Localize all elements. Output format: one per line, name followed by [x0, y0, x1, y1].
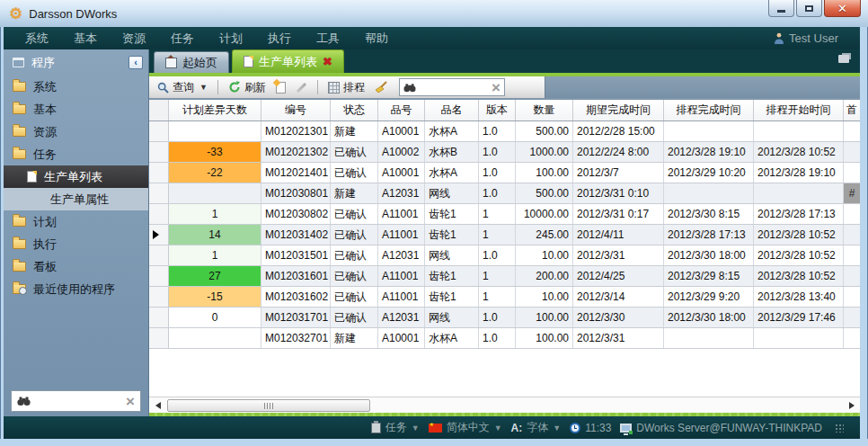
- menu-item-4[interactable]: 计划: [207, 27, 255, 49]
- cell-sched-end[interactable]: 2012/3/28 17:13: [664, 225, 754, 245]
- row-selector-cell[interactable]: [149, 287, 169, 307]
- cell-sched-start[interactable]: 2012/3/28 17:13: [754, 204, 844, 224]
- sidebar-item-9[interactable]: 最近使用的程序: [4, 278, 148, 300]
- cell-diff[interactable]: -33: [169, 142, 261, 162]
- cell-sched-start[interactable]: [754, 183, 844, 203]
- cell-sched-start[interactable]: 2012/3/28 13:40: [754, 287, 844, 307]
- cell-status[interactable]: 已确认: [331, 204, 378, 224]
- menu-item-7[interactable]: 帮助: [352, 27, 401, 49]
- cell-status[interactable]: 已确认: [331, 163, 378, 183]
- cell-number[interactable]: M012021401: [261, 163, 331, 183]
- query-dropdown-icon[interactable]: ▼: [199, 83, 208, 92]
- font-dropdown-icon[interactable]: ▼: [553, 424, 561, 433]
- scrollbar-thumb[interactable]: [167, 399, 370, 412]
- table-row[interactable]: 14M012031402已确认A11001齿轮11245.002012/4/11…: [149, 225, 860, 245]
- cell-version[interactable]: 1.0: [479, 142, 516, 162]
- cell-sched-start[interactable]: 2012/3/29 17:46: [754, 308, 844, 327]
- cell-extra[interactable]: [844, 245, 860, 265]
- cell-item-name[interactable]: 水杯A: [425, 163, 479, 183]
- row-selector-cell[interactable]: [149, 245, 169, 265]
- cell-number[interactable]: M012021302: [261, 142, 331, 162]
- column-header-9[interactable]: 排程开始时间: [754, 100, 844, 120]
- minimize-button[interactable]: [768, 0, 794, 17]
- cell-version[interactable]: 1.0: [479, 308, 516, 327]
- sidebar-item-8[interactable]: 看板: [4, 255, 148, 278]
- row-selector-cell[interactable]: [149, 121, 169, 141]
- sidebar-item-2[interactable]: 资源: [4, 120, 148, 143]
- cell-sched-end[interactable]: 2012/3/28 19:10: [664, 142, 754, 162]
- cell-qty[interactable]: 100.00: [516, 328, 573, 348]
- cell-item-no[interactable]: A11001: [378, 204, 425, 224]
- cell-extra[interactable]: [844, 308, 860, 327]
- cell-item-no[interactable]: A10001: [378, 121, 425, 141]
- language-menu[interactable]: 简体中文 ▼: [429, 420, 502, 435]
- cell-number[interactable]: M012031501: [261, 245, 331, 265]
- cell-sched-end[interactable]: 2012/3/30 18:00: [664, 308, 754, 327]
- cell-diff[interactable]: [169, 183, 261, 203]
- cell-diff[interactable]: 0: [169, 308, 261, 327]
- cell-item-no[interactable]: A11001: [378, 287, 425, 307]
- cell-number[interactable]: M012031601: [261, 266, 331, 286]
- cell-qty[interactable]: 1000.00: [516, 142, 573, 162]
- row-selector-cell[interactable]: [149, 183, 169, 203]
- cell-item-name[interactable]: 水杯A: [425, 328, 479, 348]
- cell-due[interactable]: 2012/2/24 8:00: [573, 142, 664, 162]
- user-menu[interactable]: Test User: [774, 31, 851, 45]
- cell-status[interactable]: 新建: [331, 328, 378, 348]
- horizontal-scrollbar[interactable]: [149, 397, 860, 413]
- column-header-2[interactable]: 状态: [331, 100, 378, 120]
- scroll-right-button[interactable]: [845, 399, 858, 412]
- column-header-6[interactable]: 数量: [516, 100, 573, 120]
- cell-sched-start[interactable]: 2012/3/28 10:52: [754, 266, 844, 286]
- column-header-0[interactable]: 计划差异天数: [169, 100, 261, 120]
- row-selector-cell[interactable]: [149, 163, 169, 183]
- cell-qty[interactable]: 500.00: [516, 121, 573, 141]
- cell-qty[interactable]: 10000.00: [516, 204, 573, 224]
- cell-sched-start[interactable]: [754, 121, 844, 141]
- cell-due[interactable]: 2012/3/7: [573, 163, 664, 183]
- cell-item-no[interactable]: A12031: [378, 183, 425, 203]
- column-header-partial[interactable]: 首: [844, 100, 860, 120]
- row-selector-cell[interactable]: [149, 204, 169, 224]
- menu-item-3[interactable]: 任务: [158, 27, 207, 49]
- cell-item-name[interactable]: 齿轮1: [425, 204, 479, 224]
- cell-extra[interactable]: [844, 287, 860, 307]
- sidebar-collapse-button[interactable]: ‹: [128, 56, 143, 69]
- table-row[interactable]: M012032701新建A10001水杯A1.0100.002012/3/31: [149, 328, 860, 349]
- cell-extra[interactable]: [844, 328, 860, 348]
- close-button[interactable]: ✕: [824, 0, 861, 17]
- cell-sched-end[interactable]: 2012/3/29 8:15: [664, 266, 754, 286]
- cell-item-no[interactable]: A12031: [378, 308, 425, 327]
- sidebar-search-clear-icon[interactable]: ×: [126, 394, 135, 409]
- cell-sched-end[interactable]: 2012/3/30 8:15: [664, 204, 754, 224]
- cell-extra[interactable]: #: [844, 183, 860, 203]
- cell-diff[interactable]: -22: [169, 163, 261, 183]
- column-header-7[interactable]: 期望完成时间: [573, 100, 664, 120]
- clean-button[interactable]: [372, 79, 391, 95]
- cell-version[interactable]: 1: [479, 204, 516, 224]
- cell-version[interactable]: 1: [479, 287, 516, 307]
- font-menu[interactable]: A: 字体 ▼: [511, 420, 562, 435]
- cell-item-name[interactable]: 水杯B: [425, 142, 479, 162]
- table-row[interactable]: M012021301新建A10001水杯A1.0500.002012/2/28 …: [149, 121, 860, 142]
- cell-version[interactable]: 1.0: [479, 245, 516, 265]
- cell-status[interactable]: 已确认: [331, 142, 378, 162]
- cell-qty[interactable]: 100.00: [516, 308, 573, 327]
- cell-qty[interactable]: 100.00: [516, 163, 573, 183]
- column-header-4[interactable]: 品名: [425, 100, 479, 120]
- cell-sched-end[interactable]: [664, 121, 754, 141]
- cell-status[interactable]: 已确认: [331, 308, 378, 327]
- cell-sched-end[interactable]: 2012/3/29 9:20: [664, 287, 754, 307]
- cell-diff[interactable]: [169, 121, 261, 141]
- menu-item-0[interactable]: 系统: [13, 27, 61, 49]
- cell-version[interactable]: 1.0: [479, 183, 516, 203]
- cell-due[interactable]: 2012/3/31 0:17: [573, 204, 664, 224]
- tab-home[interactable]: 起始页: [154, 51, 229, 73]
- cell-item-no[interactable]: A11001: [378, 225, 425, 245]
- menu-item-1[interactable]: 基本: [61, 27, 110, 49]
- menu-item-5[interactable]: 执行: [255, 27, 304, 49]
- table-row[interactable]: -33M012021302已确认A10002水杯B1.01000.002012/…: [149, 142, 860, 163]
- cell-sched-end[interactable]: 2012/3/30 18:00: [664, 245, 754, 265]
- cell-version[interactable]: 1.0: [479, 163, 516, 183]
- cell-sched-start[interactable]: 2012/3/28 19:10: [754, 163, 844, 183]
